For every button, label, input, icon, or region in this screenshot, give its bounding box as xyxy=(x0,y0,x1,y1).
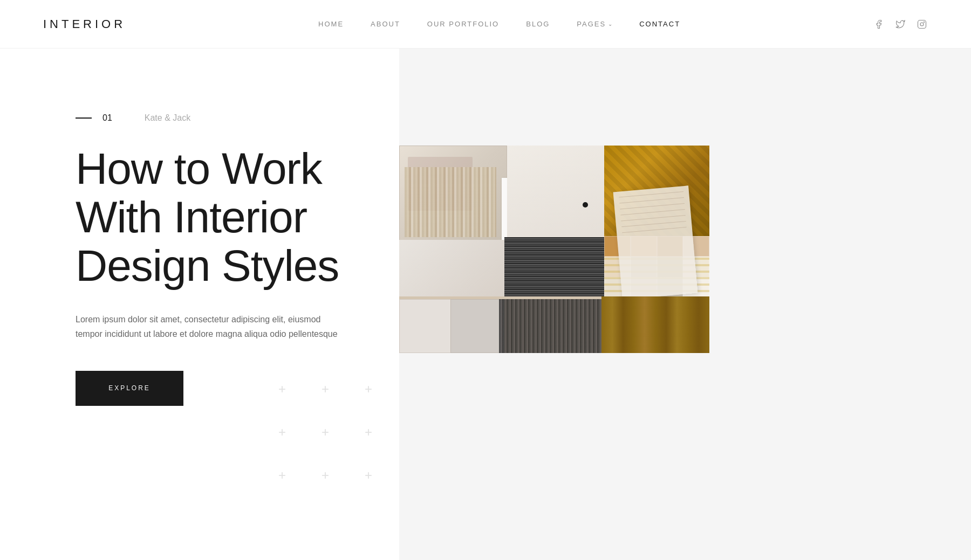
nav-menu: HOME ABOUT OUR PORTFOLIO BLOG PAGES ⌄ CO… xyxy=(318,20,680,28)
hero-right-panel xyxy=(399,49,971,560)
chevron-down-icon: ⌄ xyxy=(608,21,612,27)
heading-line3: Design Styles xyxy=(76,241,339,290)
plus-icon xyxy=(275,382,289,396)
material-wood xyxy=(601,296,709,353)
nav-item-home[interactable]: HOME xyxy=(318,20,344,28)
explore-button[interactable]: EXPLORE xyxy=(76,371,183,406)
paper-line xyxy=(621,221,686,227)
heading-line1: How to Work xyxy=(76,144,322,193)
material-paper xyxy=(613,185,698,299)
slide-author: Kate & Jack xyxy=(145,113,190,123)
fabric-swatch-grid xyxy=(504,237,604,296)
fabric-button-detail xyxy=(583,202,588,208)
svg-point-2 xyxy=(924,22,925,22)
hero-left-panel: 01 Kate & Jack How to Work With Interior… xyxy=(0,49,399,560)
slide-dash xyxy=(76,117,92,119)
navbar: INTERIOR HOME ABOUT OUR PORTFOLIO BLOG P… xyxy=(0,0,971,49)
plus-icon xyxy=(361,425,375,439)
hero-image xyxy=(399,146,709,353)
fabric-stripe xyxy=(405,167,496,237)
twitter-icon[interactable] xyxy=(894,18,906,30)
material-tile xyxy=(399,299,453,353)
main-content: 01 Kate & Jack How to Work With Interior… xyxy=(0,49,971,560)
fabric-swatch-neutral xyxy=(399,240,507,296)
plus-icon xyxy=(361,382,375,396)
decorative-plus-pattern xyxy=(275,382,388,495)
material-stone xyxy=(499,299,601,353)
nav-item-pages[interactable]: PAGES ⌄ xyxy=(577,20,612,28)
materials-collage xyxy=(399,146,709,353)
social-links xyxy=(873,18,928,30)
hero-heading: How to Work With Interior Design Styles xyxy=(76,144,356,291)
brand-logo[interactable]: INTERIOR xyxy=(43,17,126,31)
svg-rect-0 xyxy=(918,20,926,28)
paper-line xyxy=(620,203,685,209)
nav-item-contact[interactable]: CONTACT xyxy=(639,20,680,28)
plus-icon xyxy=(361,468,375,482)
plus-icon xyxy=(318,468,332,482)
paper-line xyxy=(621,215,686,221)
instagram-icon[interactable] xyxy=(916,18,928,30)
svg-point-1 xyxy=(920,23,924,26)
plus-icon xyxy=(318,425,332,439)
plus-icon xyxy=(275,468,289,482)
nav-item-blog[interactable]: BLOG xyxy=(526,20,550,28)
paper-line xyxy=(619,191,683,197)
nav-item-about[interactable]: ABOUT xyxy=(371,20,400,28)
paper-line xyxy=(620,209,685,215)
plus-icon xyxy=(318,382,332,396)
plus-icon xyxy=(275,425,289,439)
material-tile-2 xyxy=(450,299,504,353)
slide-number: 01 xyxy=(102,113,112,123)
hero-description: Lorem ipsum dolor sit amet, consectetur … xyxy=(76,312,345,341)
paper-lines xyxy=(619,191,692,294)
fabric-swatch-white xyxy=(507,146,604,237)
slide-indicator: 01 Kate & Jack xyxy=(76,113,356,123)
nav-item-portfolio[interactable]: OUR PORTFOLIO xyxy=(427,20,499,28)
nav-pages-label[interactable]: PAGES xyxy=(577,20,606,28)
heading-line2: With Interior xyxy=(76,192,307,241)
paper-line xyxy=(622,227,687,233)
facebook-icon[interactable] xyxy=(873,18,885,30)
paper-line xyxy=(619,197,684,203)
